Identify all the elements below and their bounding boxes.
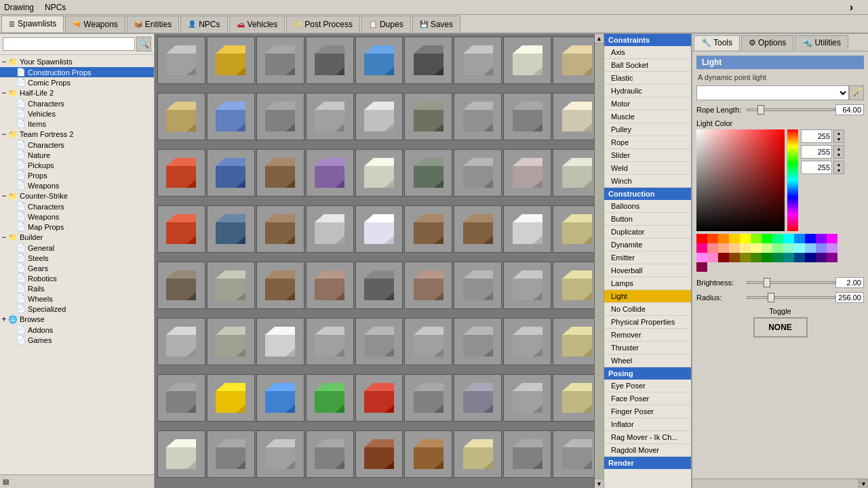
sprite-cell-66[interactable] xyxy=(306,430,354,478)
tree-item-builder-wheels[interactable]: 📄Wheels xyxy=(0,293,154,304)
rope-length-slider[interactable] xyxy=(747,108,835,111)
tools-item-motor[interactable]: Motor xyxy=(604,98,691,110)
sprite-cell-55[interactable] xyxy=(207,374,255,422)
search-button[interactable]: 🔍 xyxy=(136,37,151,52)
sprite-cell-7[interactable] xyxy=(503,37,551,84)
tree-expand-half-life-2[interactable]: − xyxy=(0,88,8,98)
sprite-cell-57[interactable] xyxy=(306,374,354,422)
tools-item-no-collide[interactable]: No Collide xyxy=(604,303,691,316)
color-swatch-12[interactable] xyxy=(827,234,837,243)
sprite-cell-58[interactable] xyxy=(355,374,403,422)
sprite-cell-33[interactable] xyxy=(454,205,502,253)
color-g-arrow[interactable]: ▲ ▼ xyxy=(833,145,844,159)
color-swatch-37[interactable] xyxy=(816,253,827,262)
tools-item-physical-properties[interactable]: Physical Properties xyxy=(604,316,691,329)
brightness-slider[interactable] xyxy=(747,281,835,284)
color-swatch-26[interactable] xyxy=(696,253,707,262)
tree-item-hl2-characters[interactable]: 📄Characters xyxy=(0,98,154,108)
color-swatch-21[interactable] xyxy=(783,243,794,253)
right-tab-options[interactable]: ⚙ Options xyxy=(741,35,793,50)
sprite-cell-65[interactable] xyxy=(256,430,304,478)
sprite-cell-63[interactable] xyxy=(157,430,205,478)
tools-item-winch[interactable]: Winch xyxy=(604,175,691,188)
color-swatch-7[interactable] xyxy=(772,234,783,243)
tools-item-axis[interactable]: Axis xyxy=(604,46,691,59)
color-swatch-15[interactable] xyxy=(718,243,729,253)
tree-item-cs-weapons[interactable]: 📄Weapons xyxy=(0,211,154,222)
tools-item-emitter[interactable]: Emitter xyxy=(604,251,691,264)
sprite-cell-49[interactable] xyxy=(355,318,403,365)
tools-item-hoverball[interactable]: Hoverball xyxy=(604,264,691,277)
sprite-cell-4[interactable] xyxy=(355,37,403,84)
sprite-cell-5[interactable] xyxy=(404,37,452,84)
sprite-cell-30[interactable] xyxy=(306,205,354,253)
tree-item-team-fortress-2[interactable]: −📁Team Fortress 2 xyxy=(0,129,154,140)
tools-item-ball-socket[interactable]: Ball Socket xyxy=(604,59,691,72)
color-swatch-5[interactable] xyxy=(751,234,762,243)
scroll-down-arrow[interactable]: ▼ xyxy=(595,479,604,488)
color-swatch-1[interactable] xyxy=(707,234,718,243)
tools-item-thruster[interactable]: Thruster xyxy=(604,342,691,354)
color-swatch-2[interactable] xyxy=(718,234,729,243)
tree-item-tf2-pickups[interactable]: 📄Pickups xyxy=(0,160,154,170)
right-tab-tools[interactable]: 🔧 Tools xyxy=(694,35,740,50)
color-swatch-22[interactable] xyxy=(794,243,805,253)
tree-expand-browse[interactable]: + xyxy=(0,314,8,324)
sprite-cell-47[interactable] xyxy=(256,318,304,365)
tree-item-comic-props[interactable]: 📄Comic Props xyxy=(0,77,154,87)
tools-item-pulley[interactable]: Pulley xyxy=(604,123,691,136)
sprite-cell-14[interactable] xyxy=(404,93,452,140)
tree-item-builder-robotics[interactable]: 📄Robotics xyxy=(0,273,154,283)
center-scrollbar[interactable]: ▲ ▼ xyxy=(594,34,604,488)
color-swatch-10[interactable] xyxy=(805,234,816,243)
color-swatch-20[interactable] xyxy=(772,243,783,253)
tab-spawnlists[interactable]: ☰ Spawnlists xyxy=(1,16,64,32)
sprite-cell-40[interactable] xyxy=(355,262,403,309)
tree-item-construction-props[interactable]: 📄Construction Props xyxy=(0,67,154,77)
tree-item-browse-addons[interactable]: 📄Addons xyxy=(0,325,154,335)
tools-item-slider[interactable]: Slider xyxy=(604,149,691,162)
tools-item-muscle[interactable]: Muscle xyxy=(604,110,691,123)
tree-expand-counter-strike[interactable]: − xyxy=(0,191,8,201)
wand-button[interactable]: 🪄 xyxy=(849,85,864,100)
color-swatch-19[interactable] xyxy=(762,243,772,253)
sprite-cell-29[interactable] xyxy=(256,205,304,253)
scroll-up-arrow[interactable]: ▲ xyxy=(595,34,604,43)
sprite-cell-43[interactable] xyxy=(503,262,551,309)
tools-item-lamps[interactable]: Lamps xyxy=(604,277,691,290)
tree-item-cs-characters[interactable]: 📄Characters xyxy=(0,201,154,211)
tab-entities[interactable]: 📦 Entities xyxy=(127,16,179,32)
tab-weapons[interactable]: 🔫 Weapons xyxy=(65,16,125,32)
color-swatch-30[interactable] xyxy=(740,253,751,262)
tree-item-half-life-2[interactable]: −📁Half-Life 2 xyxy=(0,87,154,98)
color-swatch-4[interactable] xyxy=(740,234,751,243)
sprite-cell-13[interactable] xyxy=(355,93,403,140)
none-button[interactable]: NONE xyxy=(753,317,808,338)
sprite-cell-1[interactable] xyxy=(207,37,255,84)
tools-item-rope[interactable]: Rope xyxy=(604,136,691,149)
tree-item-tf2-nature[interactable]: 📄Nature xyxy=(0,150,154,160)
color-swatch-9[interactable] xyxy=(794,234,805,243)
sprite-cell-32[interactable] xyxy=(404,205,452,253)
sprite-cell-69[interactable] xyxy=(454,430,502,478)
sprite-cell-12[interactable] xyxy=(306,93,354,140)
color-swatch-31[interactable] xyxy=(751,253,762,262)
color-swatch-32[interactable] xyxy=(762,253,772,262)
sprite-cell-6[interactable] xyxy=(454,37,502,84)
sprite-cell-60[interactable] xyxy=(454,374,502,422)
tree-item-tf2-props[interactable]: 📄Props xyxy=(0,170,154,180)
color-swatch-39[interactable] xyxy=(696,262,707,272)
sprite-cell-22[interactable] xyxy=(355,149,403,197)
tab-dupes[interactable]: 📋 Dupes xyxy=(361,16,411,32)
sprite-cell-25[interactable] xyxy=(503,149,551,197)
right-scroll-down[interactable]: ▼ xyxy=(859,479,868,489)
tree-item-cs-map-props[interactable]: 📄Map Props xyxy=(0,222,154,232)
tools-item-button[interactable]: Button xyxy=(604,213,691,226)
tree-expand-builder[interactable]: − xyxy=(0,232,8,242)
sprite-cell-41[interactable] xyxy=(404,262,452,309)
sprite-cell-10[interactable] xyxy=(207,93,255,140)
search-input[interactable] xyxy=(3,37,135,51)
tree-expand-team-fortress-2[interactable]: − xyxy=(0,129,8,139)
tree-item-builder-steels[interactable]: 📄Steels xyxy=(0,253,154,263)
sprite-cell-67[interactable] xyxy=(355,430,403,478)
